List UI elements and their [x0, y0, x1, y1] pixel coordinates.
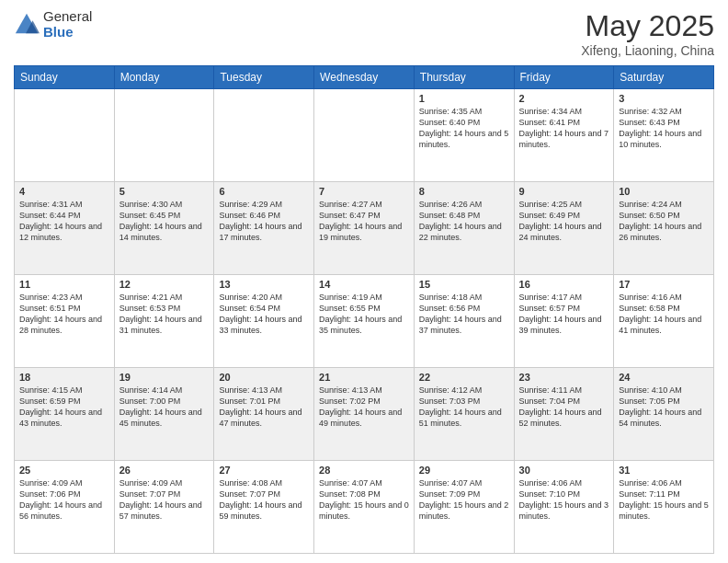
day-content: Sunrise: 4:09 AM Sunset: 7:06 PM Dayligh…: [19, 477, 109, 523]
calendar-cell: 29Sunrise: 4:07 AM Sunset: 7:09 PM Dayli…: [414, 461, 514, 554]
day-number: 22: [419, 372, 509, 383]
day-content: Sunrise: 4:18 AM Sunset: 6:56 PM Dayligh…: [419, 292, 509, 337]
day-number: 18: [19, 372, 109, 383]
day-content: Sunrise: 4:31 AM Sunset: 6:44 PM Dayligh…: [19, 199, 109, 244]
title-section: May 2025 Xifeng, Liaoning, China: [581, 9, 714, 58]
day-content: Sunrise: 4:13 AM Sunset: 7:01 PM Dayligh…: [219, 385, 309, 430]
calendar-cell: 21Sunrise: 4:13 AM Sunset: 7:02 PM Dayli…: [314, 368, 415, 461]
day-number: 14: [319, 279, 409, 290]
calendar-cell: 27Sunrise: 4:08 AM Sunset: 7:07 PM Dayli…: [214, 461, 314, 554]
day-content: Sunrise: 4:14 AM Sunset: 7:00 PM Dayligh…: [119, 385, 210, 430]
day-content: Sunrise: 4:32 AM Sunset: 6:43 PM Dayligh…: [619, 106, 709, 151]
calendar-cell: 9Sunrise: 4:25 AM Sunset: 6:49 PM Daylig…: [514, 182, 614, 275]
calendar-week-row: 1Sunrise: 4:35 AM Sunset: 6:40 PM Daylig…: [15, 89, 714, 182]
day-number: 31: [619, 465, 709, 476]
day-number: 7: [319, 186, 409, 197]
day-content: Sunrise: 4:23 AM Sunset: 6:51 PM Dayligh…: [19, 292, 109, 337]
day-number: 4: [19, 186, 109, 197]
calendar-cell: 20Sunrise: 4:13 AM Sunset: 7:01 PM Dayli…: [214, 368, 314, 461]
day-content: Sunrise: 4:06 AM Sunset: 7:10 PM Dayligh…: [519, 477, 609, 523]
day-content: Sunrise: 4:16 AM Sunset: 6:58 PM Dayligh…: [619, 292, 709, 337]
day-number: 26: [119, 465, 210, 476]
day-content: Sunrise: 4:20 AM Sunset: 6:54 PM Dayligh…: [219, 292, 309, 337]
calendar-cell: 19Sunrise: 4:14 AM Sunset: 7:00 PM Dayli…: [114, 368, 214, 461]
day-content: Sunrise: 4:24 AM Sunset: 6:50 PM Dayligh…: [619, 199, 709, 244]
day-number: 21: [319, 372, 409, 383]
day-number: 9: [519, 186, 609, 197]
calendar-cell: [214, 89, 314, 182]
day-content: Sunrise: 4:15 AM Sunset: 6:59 PM Dayligh…: [19, 385, 109, 430]
month-title: May 2025: [581, 9, 714, 43]
header: General Blue May 2025 Xifeng, Liaoning, …: [14, 9, 714, 58]
calendar-cell: 4Sunrise: 4:31 AM Sunset: 6:44 PM Daylig…: [15, 182, 115, 275]
day-content: Sunrise: 4:10 AM Sunset: 7:05 PM Dayligh…: [619, 385, 709, 430]
day-header-monday: Monday: [114, 66, 214, 89]
day-header-friday: Friday: [514, 66, 614, 89]
calendar-cell: 30Sunrise: 4:06 AM Sunset: 7:10 PM Dayli…: [514, 461, 614, 554]
day-number: 27: [219, 465, 309, 476]
day-header-saturday: Saturday: [614, 66, 714, 89]
day-number: 6: [219, 186, 309, 197]
day-number: 13: [219, 279, 309, 290]
calendar-week-row: 18Sunrise: 4:15 AM Sunset: 6:59 PM Dayli…: [15, 368, 714, 461]
calendar-cell: 8Sunrise: 4:26 AM Sunset: 6:48 PM Daylig…: [414, 182, 514, 275]
day-number: 28: [319, 465, 409, 476]
day-content: Sunrise: 4:07 AM Sunset: 7:08 PM Dayligh…: [319, 477, 409, 523]
day-number: 19: [119, 372, 210, 383]
day-number: 17: [619, 279, 709, 290]
calendar: SundayMondayTuesdayWednesdayThursdayFrid…: [14, 65, 714, 554]
calendar-cell: 7Sunrise: 4:27 AM Sunset: 6:47 PM Daylig…: [314, 182, 415, 275]
day-content: Sunrise: 4:27 AM Sunset: 6:47 PM Dayligh…: [319, 199, 409, 244]
calendar-cell: 16Sunrise: 4:17 AM Sunset: 6:57 PM Dayli…: [514, 275, 614, 368]
day-content: Sunrise: 4:09 AM Sunset: 7:07 PM Dayligh…: [119, 477, 210, 523]
calendar-cell: 6Sunrise: 4:29 AM Sunset: 6:46 PM Daylig…: [214, 182, 314, 275]
day-number: 30: [519, 465, 609, 476]
day-number: 16: [519, 279, 609, 290]
logo-general-text: General: [43, 9, 92, 25]
day-content: Sunrise: 4:30 AM Sunset: 6:45 PM Dayligh…: [119, 199, 210, 244]
day-content: Sunrise: 4:07 AM Sunset: 7:09 PM Dayligh…: [419, 477, 509, 523]
day-content: Sunrise: 4:25 AM Sunset: 6:49 PM Dayligh…: [519, 199, 609, 244]
day-number: 10: [619, 186, 709, 197]
day-number: 1: [419, 93, 509, 104]
day-content: Sunrise: 4:13 AM Sunset: 7:02 PM Dayligh…: [319, 385, 409, 430]
day-number: 15: [419, 279, 509, 290]
calendar-week-row: 25Sunrise: 4:09 AM Sunset: 7:06 PM Dayli…: [15, 461, 714, 554]
day-number: 2: [519, 93, 609, 104]
calendar-cell: [114, 89, 214, 182]
calendar-header-row: SundayMondayTuesdayWednesdayThursdayFrid…: [15, 66, 714, 89]
day-number: 25: [19, 465, 109, 476]
day-header-wednesday: Wednesday: [314, 66, 415, 89]
calendar-cell: 2Sunrise: 4:34 AM Sunset: 6:41 PM Daylig…: [514, 89, 614, 182]
day-number: 3: [619, 93, 709, 104]
day-number: 5: [119, 186, 210, 197]
day-content: Sunrise: 4:29 AM Sunset: 6:46 PM Dayligh…: [219, 199, 309, 244]
calendar-cell: 10Sunrise: 4:24 AM Sunset: 6:50 PM Dayli…: [614, 182, 714, 275]
calendar-cell: 17Sunrise: 4:16 AM Sunset: 6:58 PM Dayli…: [614, 275, 714, 368]
day-content: Sunrise: 4:34 AM Sunset: 6:41 PM Dayligh…: [519, 106, 609, 151]
day-number: 11: [19, 279, 109, 290]
day-number: 12: [119, 279, 210, 290]
logo-blue-text: Blue: [43, 25, 92, 40]
day-header-thursday: Thursday: [414, 66, 514, 89]
calendar-cell: 11Sunrise: 4:23 AM Sunset: 6:51 PM Dayli…: [15, 275, 115, 368]
calendar-cell: 3Sunrise: 4:32 AM Sunset: 6:43 PM Daylig…: [614, 89, 714, 182]
day-header-sunday: Sunday: [15, 66, 115, 89]
day-number: 20: [219, 372, 309, 383]
calendar-cell: 13Sunrise: 4:20 AM Sunset: 6:54 PM Dayli…: [214, 275, 314, 368]
day-content: Sunrise: 4:12 AM Sunset: 7:03 PM Dayligh…: [419, 385, 509, 430]
calendar-cell: 22Sunrise: 4:12 AM Sunset: 7:03 PM Dayli…: [414, 368, 514, 461]
day-number: 24: [619, 372, 709, 383]
calendar-cell: 26Sunrise: 4:09 AM Sunset: 7:07 PM Dayli…: [114, 461, 214, 554]
calendar-cell: 5Sunrise: 4:30 AM Sunset: 6:45 PM Daylig…: [114, 182, 214, 275]
calendar-week-row: 4Sunrise: 4:31 AM Sunset: 6:44 PM Daylig…: [15, 182, 714, 275]
day-number: 29: [419, 465, 509, 476]
logo-icon: [14, 12, 40, 38]
calendar-cell: 23Sunrise: 4:11 AM Sunset: 7:04 PM Dayli…: [514, 368, 614, 461]
calendar-cell: 25Sunrise: 4:09 AM Sunset: 7:06 PM Dayli…: [15, 461, 115, 554]
calendar-cell: 14Sunrise: 4:19 AM Sunset: 6:55 PM Dayli…: [314, 275, 415, 368]
day-content: Sunrise: 4:26 AM Sunset: 6:48 PM Dayligh…: [419, 199, 509, 244]
calendar-cell: 15Sunrise: 4:18 AM Sunset: 6:56 PM Dayli…: [414, 275, 514, 368]
logo: General Blue: [14, 9, 92, 40]
calendar-cell: [314, 89, 415, 182]
